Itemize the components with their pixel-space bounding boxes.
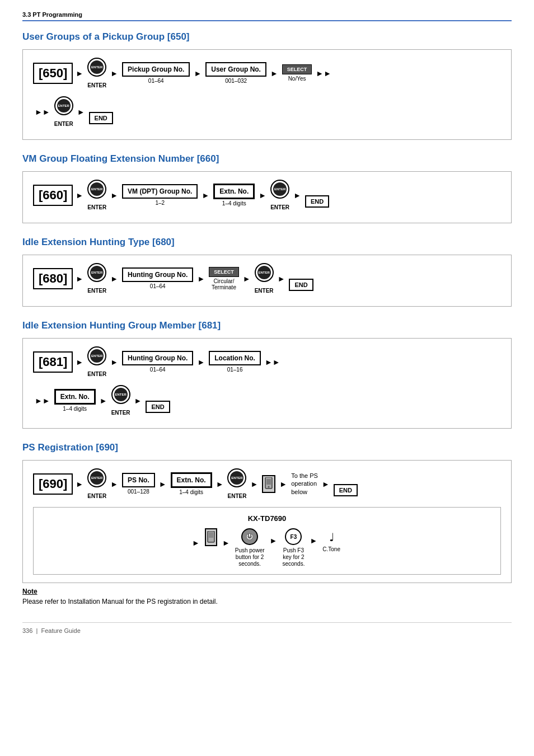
svg-point-6 — [268, 486, 270, 487]
enter-btn-690: ENTER ENTER — [87, 468, 106, 499]
diagram-690: [690] ► ENTER ENTER ► PS No. 001–128 ► E… — [22, 460, 512, 583]
kx-ctone: ♩ C.Tone — [322, 528, 340, 552]
push-power-label: Push powerbutton for 2seconds. — [235, 547, 265, 567]
user-group-box: User Group No. 001–032 — [203, 62, 269, 84]
flow-row-681-2: ►► Extn. No. 1–4 digits ► ENTER ENTER ► … — [33, 383, 501, 416]
vm-group-box: VM (DPT) Group No. 1–2 — [120, 184, 200, 206]
to-ps-text: To the PSoperationbelow — [291, 472, 318, 496]
section-690-title: PS Registration [690] — [22, 442, 512, 453]
diagram-681: [681] ► ENTER ENTER ► Hunting Group No. … — [22, 338, 512, 429]
extn-no-681: Extn. No. 1–4 digits — [52, 389, 98, 412]
page-header: 3.3 PT Programming — [22, 11, 512, 21]
note-title: Note — [22, 588, 512, 595]
ps-no-box: PS No. 001–128 — [120, 473, 157, 495]
section-660-title: VM Group Floating Extension Number [660] — [22, 153, 512, 165]
section-680-title: Idle Extension Hunting Type [680] — [22, 237, 512, 248]
flow-row-650-1: [650] ► ENTER ENTER ► Pickup Group No. 0… — [33, 58, 501, 88]
kx-title: KX-TD7690 — [40, 514, 494, 523]
kx-td7690-section: KX-TD7690 ► — [33, 507, 501, 575]
extn-no-660: Extn. No. 1–4 digits — [211, 184, 257, 206]
double-arrow-1: ►► — [316, 69, 331, 78]
select-circular-terminate: SELECT Circular/ Terminate — [209, 267, 239, 290]
code-680: [680] — [33, 268, 73, 289]
section-681: Idle Extension Hunting Group Member [681… — [22, 320, 512, 429]
note-icon: ♩ — [329, 530, 334, 544]
ctone-label: C.Tone — [322, 546, 340, 552]
page-footer: 336 | Feature Guide — [22, 622, 512, 634]
section-681-title: Idle Extension Hunting Group Member [681… — [22, 320, 512, 331]
end-wrapper-680: END — [287, 266, 315, 291]
hunting-group-681: Hunting Group No. 01–64 — [120, 351, 195, 373]
arrow-2: ► — [110, 69, 118, 78]
end-wrapper-650: END — [87, 100, 115, 124]
kx-f3-key: F3 Push F3key for 2seconds. — [282, 528, 305, 567]
section-650: User Groups of a Pickup Group [650] [650… — [22, 31, 512, 140]
kx-flow-row: ► — [40, 528, 494, 567]
enter-btn-681: ENTER ENTER — [87, 346, 106, 377]
code-690: [690] — [33, 473, 73, 495]
code-650: [650] — [33, 63, 73, 84]
enter-label-650-1: ENTER — [87, 82, 106, 88]
arrow-4: ► — [270, 69, 278, 78]
enter-label-650-2: ENTER — [54, 121, 73, 127]
arrow-5: ► — [77, 107, 85, 116]
device-icon-690 — [262, 475, 275, 493]
flow-row-650-2: ►► ENTER ENTER ► END — [33, 94, 501, 127]
hunting-group-680: Hunting Group No. 01–64 — [120, 267, 195, 289]
kx-phone-device — [205, 528, 217, 546]
diagram-680: [680] ► ENTER ENTER ► Hunting Group No. … — [22, 255, 512, 307]
note-text: Please refer to Installation Manual for … — [22, 598, 512, 605]
enter-btn-660-2: ENTER ENTER — [270, 180, 289, 210]
end-wrapper-690: END — [331, 472, 360, 496]
section-680: Idle Extension Hunting Type [680] [680] … — [22, 237, 512, 307]
flow-row-690: [690] ► ENTER ENTER ► PS No. 001–128 ► E… — [33, 468, 501, 499]
code-681: [681] — [33, 351, 73, 373]
kx-power-btn: Push powerbutton for 2seconds. — [235, 528, 265, 567]
enter-btn-690-2: ENTER ENTER — [227, 468, 246, 499]
flow-row-660: [660] ► ENTER ENTER ► VM (DPT) Group No.… — [33, 180, 331, 210]
section-650-title: User Groups of a Pickup Group [650] — [22, 31, 512, 43]
select-no-yes: SELECT No/Yes — [282, 64, 312, 82]
enter-btn-680: ENTER ENTER — [87, 263, 106, 294]
footer-text: Feature Guide — [41, 627, 80, 634]
diagram-660: [660] ► ENTER ENTER ► VM (DPT) Group No.… — [22, 171, 512, 223]
location-no-681: Location No. 01–16 — [207, 351, 263, 373]
end-wrapper-660: END — [303, 183, 331, 208]
arrow-1: ► — [76, 69, 83, 78]
push-f3-label: Push F3key for 2seconds. — [282, 547, 305, 567]
code-660: [660] — [33, 185, 73, 206]
double-arrow-2: ►► — [35, 107, 50, 116]
enter-btn-650-2: ENTER ENTER — [54, 96, 73, 127]
enter-btn-650-1: ENTER ENTER — [87, 58, 106, 88]
page-number: 336 — [22, 627, 32, 634]
arrow-3: ► — [194, 69, 202, 78]
pickup-group-box: Pickup Group No. 01–64 — [120, 62, 192, 84]
flow-row-680: [680] ► ENTER ENTER ► Hunting Group No. … — [33, 263, 316, 294]
header-text: 3.3 PT Programming — [22, 11, 82, 18]
note-section: Note Please refer to Installation Manual… — [22, 588, 512, 605]
enter-btn-660: ENTER ENTER — [87, 180, 106, 210]
flow-row-681-1: [681] ► ENTER ENTER ► Hunting Group No. … — [33, 346, 501, 377]
enter-btn-681-2: ENTER ENTER — [111, 385, 130, 416]
enter-btn-680-2: ENTER ENTER — [255, 263, 274, 294]
diagram-650: [650] ► ENTER ENTER ► Pickup Group No. 0… — [22, 49, 512, 140]
extn-no-690: Extn. No. 1–4 digits — [168, 472, 214, 495]
section-690: PS Registration [690] [690] ► ENTER ENTE… — [22, 442, 512, 605]
end-wrapper-681: END — [143, 388, 172, 413]
section-660: VM Group Floating Extension Number [660]… — [22, 153, 512, 223]
